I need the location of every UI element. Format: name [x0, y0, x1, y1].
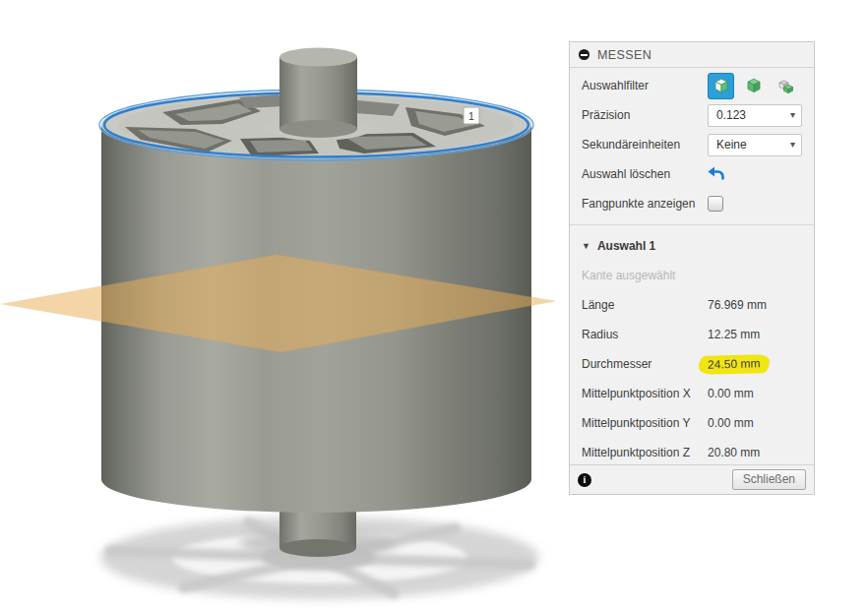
dialog-title: MESSEN [597, 48, 651, 62]
selection-filter-label: Auswahlfilter [582, 79, 708, 92]
measurement-label: Mittelpunktposition Z [582, 446, 708, 459]
measurement-row: Mittelpunktposition Y 0.00 mm [582, 408, 802, 438]
section-collapse-icon[interactable]: ▼ [582, 241, 590, 251]
measurement-value: 76.969 mm [708, 298, 767, 312]
measurement-row: Durchmesser 24.50 mm [582, 349, 802, 379]
secondary-units-label: Sekundäreinheiten [582, 138, 708, 152]
secondary-units-row: Sekundäreinheiten Keine ▾ [582, 130, 802, 159]
section-divider [570, 224, 814, 225]
secondary-units-value: Keine [716, 138, 790, 152]
dialog-body: Auswahlfilter [570, 68, 814, 467]
measurement-label: Mittelpunktposition Y [582, 416, 708, 430]
measurement-value-highlighted: 24.50 mm [699, 354, 771, 375]
precision-label: Präzision [582, 108, 708, 122]
select-body-filter-button[interactable] [708, 73, 734, 99]
measurement-value: 20.80 mm [708, 446, 760, 459]
close-button[interactable]: Schließen [732, 469, 806, 490]
selection-filter-buttons [708, 73, 799, 99]
clear-selection-row: Auswahl löschen [582, 159, 802, 189]
select-face-filter-button[interactable] [740, 73, 767, 99]
precision-value: 0.123 [716, 108, 790, 122]
svg-text:1: 1 [468, 110, 474, 122]
show-snap-points-checkbox[interactable] [708, 196, 723, 212]
secondary-units-dropdown[interactable]: Keine ▾ [708, 134, 802, 156]
dialog-header: MESSEN [570, 42, 814, 68]
undo-arrow-icon [708, 166, 725, 182]
measurement-row: Mittelpunktposition Z 20.80 mm [582, 438, 802, 467]
clear-selection-label: Auswahl löschen [582, 167, 708, 181]
show-snap-points-label: Fangpunkte anzeigen [582, 197, 708, 211]
dialog-footer: i Schließen [570, 464, 814, 494]
clear-selection-button[interactable] [708, 166, 725, 182]
info-icon[interactable]: i [578, 473, 591, 487]
measurement-row: Radius 12.25 mm [582, 320, 802, 349]
app-window: 1 MESSEN Auswahlfilter [0, 0, 868, 610]
selection-section-header[interactable]: ▼ Auswahl 1 [582, 231, 802, 261]
select-face-filter-icon [744, 76, 764, 95]
measurement-label: Radius [582, 328, 708, 341]
measurement-value: 0.00 mm [708, 387, 754, 400]
chevron-down-icon: ▾ [790, 140, 795, 150]
model-top-shaft[interactable] [279, 48, 357, 139]
measurement-label: Mittelpunktposition X [582, 387, 708, 400]
measurement-label: Durchmesser [582, 357, 708, 371]
measurement-value: 0.00 mm [708, 416, 754, 430]
show-snap-points-row: Fangpunkte anzeigen [582, 189, 802, 218]
selection-section-title: Auswahl 1 [597, 239, 655, 253]
precision-dropdown[interactable]: 0.123 ▾ [708, 104, 802, 127]
precision-row: Präzision 0.123 ▾ [582, 100, 802, 130]
collapse-panel-icon[interactable] [579, 49, 589, 60]
chevron-down-icon: ▾ [790, 110, 795, 120]
select-component-filter-button[interactable] [773, 73, 799, 99]
measurement-row: Länge 76.969 mm [582, 290, 802, 320]
measurement-row: Mittelpunktposition X 0.00 mm [582, 379, 802, 408]
measurement-label: Länge [582, 298, 708, 312]
measurement-value: 12.25 mm [708, 328, 760, 341]
select-body-filter-icon [712, 76, 731, 95]
messen-dialog: MESSEN Auswahlfilter [569, 41, 815, 495]
selection-filter-row: Auswahlfilter [582, 71, 802, 100]
select-component-filter-icon [776, 76, 796, 95]
selection-badge: 1 [464, 107, 479, 124]
selection-status: Kante ausgewählt [582, 261, 802, 290]
